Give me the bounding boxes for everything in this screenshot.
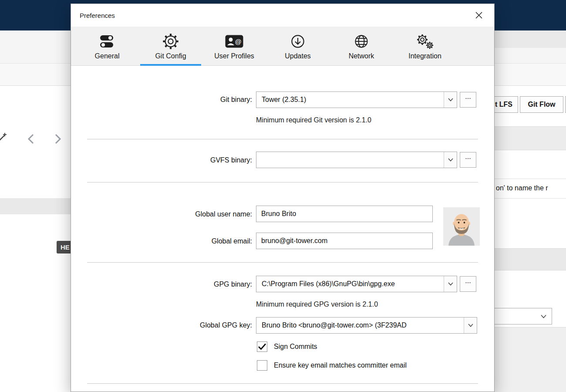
divider: [87, 383, 478, 384]
tab-label: Updates: [285, 52, 311, 60]
chevron-down-icon[interactable]: [444, 152, 457, 168]
close-icon: [475, 12, 482, 19]
chevron-down-icon[interactable]: [444, 276, 457, 292]
preferences-dialog: Preferences General: [71, 3, 495, 392]
chevron-down-icon[interactable]: [444, 92, 457, 108]
global-gpg-key-value: Bruno Brito <bruno@git-tower.com> (3F239…: [256, 321, 464, 329]
tab-label: User Profiles: [214, 52, 254, 60]
right-panel-strip: [495, 30, 566, 48]
right-panel-band: [495, 248, 566, 270]
tab-user-profiles[interactable]: @ User Profiles: [202, 27, 266, 65]
global-user-name-input[interactable]: [256, 206, 433, 222]
gpg-binary-select[interactable]: C:\Program Files (x86)\GnuPG\bin\gpg.exe: [256, 276, 457, 292]
dialog-title: Preferences: [80, 12, 115, 19]
head-badge: HE: [57, 241, 71, 253]
background-hint-text: on' to name the r: [496, 184, 548, 192]
sign-commits-label[interactable]: Sign Commits: [274, 341, 317, 352]
gears-icon: [415, 32, 435, 51]
git-binary-hint: Minimum required Git version is 2.1.0: [256, 116, 371, 124]
global-gpg-key-label: Global GPG key:: [71, 321, 252, 330]
divider: [87, 182, 478, 182]
gpg-binary-hint: Minimum required GPG version is 2.1.0: [256, 301, 378, 308]
dialog-titlebar: Preferences: [71, 4, 494, 27]
tab-network[interactable]: Network: [330, 27, 393, 65]
gvfs-binary-select[interactable]: [256, 152, 457, 168]
sidebar-selected-row: [0, 198, 71, 214]
cherry-pick-icon[interactable]: [0, 132, 7, 145]
close-button[interactable]: [472, 9, 485, 22]
checkmark-icon: [258, 343, 266, 351]
ensure-email-label[interactable]: Ensure key email matches committer email: [274, 360, 407, 371]
tab-strip: General Git Config: [71, 27, 494, 66]
forward-icon[interactable]: [51, 132, 64, 145]
gvfs-binary-label: GVFS binary:: [71, 155, 252, 165]
sign-commits-checkbox[interactable]: [257, 341, 267, 352]
gpg-binary-value: C:\Program Files (x86)\GnuPG\bin\gpg.exe: [256, 280, 444, 288]
gpg-binary-browse-button[interactable]: ...: [460, 276, 476, 292]
avatar: [443, 207, 480, 246]
tab-label: Git Config: [155, 52, 186, 60]
contact-card-icon: @: [225, 32, 244, 51]
tab-git-config[interactable]: Git Config: [139, 27, 202, 65]
background-dropdown[interactable]: [487, 308, 552, 324]
git-flow-button[interactable]: Git Flow: [520, 96, 563, 113]
divider: [495, 179, 566, 179]
tab-general[interactable]: General: [75, 27, 139, 65]
download-circle-icon: [289, 32, 307, 51]
divider: [87, 139, 478, 139]
toggles-icon: [99, 32, 115, 51]
gvfs-binary-browse-button[interactable]: ...: [460, 152, 476, 168]
tab-updates[interactable]: Updates: [266, 27, 330, 65]
git-binary-select[interactable]: Tower (2.35.1): [256, 91, 457, 108]
git-binary-label: Git binary:: [71, 95, 252, 105]
right-panel-band: [495, 327, 566, 392]
divider: [87, 262, 478, 263]
ensure-email-checkbox[interactable]: [257, 360, 267, 371]
gpg-binary-label: GPG binary:: [71, 280, 252, 289]
svg-text:@: @: [235, 38, 241, 45]
chevron-down-icon: [541, 314, 546, 318]
git-binary-value: Tower (2.35.1): [256, 96, 444, 104]
tab-integration[interactable]: Integration: [393, 27, 457, 65]
divider: [495, 198, 566, 199]
right-panel-band: [495, 126, 566, 150]
chevron-down-icon[interactable]: [464, 318, 477, 333]
global-email-label: Global email:: [71, 237, 252, 246]
gear-icon: [162, 32, 179, 51]
back-icon[interactable]: [25, 132, 38, 145]
git-binary-browse-button[interactable]: ...: [460, 92, 476, 108]
global-user-name-label: Global user name:: [71, 210, 252, 219]
tab-label: Integration: [408, 52, 441, 60]
global-gpg-key-select[interactable]: Bruno Brito <bruno@git-tower.com> (3F239…: [256, 317, 477, 334]
tab-label: Network: [349, 52, 374, 60]
globe-icon: [353, 32, 370, 51]
tab-label: General: [95, 52, 120, 60]
global-email-input[interactable]: [256, 233, 433, 249]
